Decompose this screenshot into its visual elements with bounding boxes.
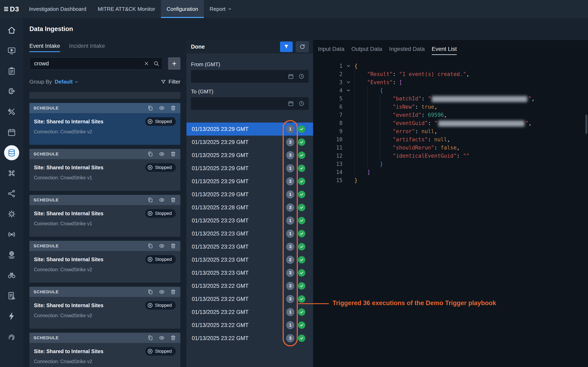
schedule-card[interactable]: SCHEDULE Site: Shared to Internal Sites …: [29, 287, 180, 329]
nav-investigation-dashboard[interactable]: Investigation Dashboard: [23, 0, 92, 18]
sidebar-item-tools[interactable]: [0, 102, 23, 122]
sidebar-item-fingerprint[interactable]: [0, 326, 23, 347]
json-viewer: 1{2"Result": "1 event(s) created.",3"Eve…: [318, 62, 588, 184]
copy-icon[interactable]: [147, 243, 153, 249]
schedule-card[interactable]: SCHEDULE Site: Shared to Internal Sites …: [29, 195, 180, 237]
eye-icon[interactable]: [159, 243, 165, 249]
tab-input-data[interactable]: Input Data: [318, 46, 344, 55]
sidebar-item-calendar[interactable]: [0, 122, 23, 142]
line-number: 2: [318, 70, 342, 78]
job-status-row[interactable]: 01/13/2025 23:23 GMT 1: [186, 214, 313, 227]
copy-icon[interactable]: [147, 335, 153, 341]
trash-icon[interactable]: [170, 151, 176, 157]
sidebar-item-command[interactable]: [0, 163, 23, 184]
d3-logo[interactable]: D3: [0, 0, 23, 18]
sidebar-item-home[interactable]: [0, 20, 23, 41]
nav-configuration[interactable]: Configuration: [161, 0, 204, 18]
filter-control[interactable]: Filter: [161, 79, 180, 85]
search-input[interactable]: crowd: [29, 57, 163, 70]
tab-ingested-data[interactable]: Ingested Data: [389, 46, 425, 55]
group-by-dropdown[interactable]: Default: [55, 79, 79, 85]
from-date-input[interactable]: [191, 70, 309, 83]
scrollbar-thumb[interactable]: [585, 115, 587, 134]
success-check-icon: [298, 256, 305, 263]
card-title: Site: Shared to Internal Sites: [34, 119, 103, 125]
eye-icon[interactable]: [159, 151, 165, 157]
clock-icon[interactable]: [298, 100, 305, 107]
job-status-row[interactable]: 01/13/2025 23:22 GMT 3: [186, 279, 313, 292]
collapse-caret-icon[interactable]: [342, 62, 354, 70]
schedule-card[interactable]: SCHEDULE Site: Shared to Internal Sites …: [29, 103, 180, 145]
clear-search-icon[interactable]: [144, 61, 149, 66]
sidebar-item-media-monitor[interactable]: [0, 41, 23, 61]
job-status-row[interactable]: 01/13/2025 23:22 GMT 3: [186, 332, 313, 345]
clock-icon[interactable]: [298, 73, 305, 79]
filter-button[interactable]: [280, 42, 293, 52]
eye-icon[interactable]: [159, 197, 165, 203]
job-status-row[interactable]: 01/13/2025 23:28 GMT 3: [186, 201, 313, 214]
caret-spacer: [342, 152, 354, 160]
schedule-card[interactable]: SCHEDULE Site: Shared to Internal Sites …: [29, 241, 180, 283]
job-status-row[interactable]: 01/13/2025 23:29 GMT 3: [186, 149, 313, 162]
schedule-card[interactable]: SCHEDULE Site: Shared to Internal Sites …: [29, 149, 180, 191]
add-button[interactable]: +: [168, 57, 180, 70]
trash-icon[interactable]: [170, 197, 176, 203]
tab-event-list[interactable]: Event List: [432, 46, 457, 55]
trash-icon[interactable]: [170, 243, 176, 249]
job-timestamp: 01/13/2025 23:23 GMT: [192, 244, 286, 250]
tab-output-data[interactable]: Output Data: [351, 46, 382, 55]
tab-event-intake[interactable]: Event Intake: [29, 43, 60, 52]
to-date-input[interactable]: [191, 97, 309, 110]
success-check-icon: [298, 309, 305, 316]
job-status-row[interactable]: 01/13/2025 23:22 GMT 1: [186, 319, 313, 332]
job-status-row[interactable]: 01/13/2025 23:23 GMT 3: [186, 266, 313, 279]
job-status-row[interactable]: 01/13/2025 23:29 GMT 3: [186, 175, 313, 188]
sidebar-item-puzzle[interactable]: [0, 81, 23, 102]
sidebar-item-gear-api[interactable]: API: [0, 204, 23, 224]
tab-incident-intake[interactable]: Incident Intake: [69, 43, 105, 52]
search-icon[interactable]: [153, 60, 159, 67]
code-line: 10"artifacts": null,: [318, 135, 588, 144]
job-status-row[interactable]: 01/13/2025 23:29 GMT 1: [186, 162, 313, 175]
copy-icon[interactable]: [147, 151, 153, 157]
sidebar-item-database[interactable]: [0, 142, 23, 163]
calendar-icon[interactable]: [288, 73, 294, 79]
job-status-row[interactable]: 01/13/2025 23:22 GMT 1: [186, 306, 313, 319]
trash-icon[interactable]: [170, 289, 176, 295]
sidebar-item-binoculars[interactable]: [0, 265, 23, 285]
refresh-button[interactable]: [296, 42, 309, 52]
collapse-caret-icon[interactable]: [342, 86, 354, 95]
eye-icon[interactable]: [159, 105, 165, 111]
card-body: Site: Shared to Internal Sites Stopped C…: [29, 113, 180, 139]
sidebar-item-clipboard[interactable]: [0, 61, 23, 81]
sidebar-item-share-nodes[interactable]: [0, 184, 23, 204]
eye-icon[interactable]: [159, 335, 165, 341]
job-status-row[interactable]: 01/13/2025 23:23 GMT 3: [186, 240, 313, 253]
trash-icon[interactable]: [170, 335, 176, 341]
calendar-icon[interactable]: [288, 100, 294, 107]
success-check-icon: [298, 138, 305, 146]
job-status-row[interactable]: 01/13/2025 23:29 GMT 1: [186, 123, 313, 136]
job-status-row[interactable]: 01/13/2025 23:29 GMT 3: [186, 136, 313, 149]
job-status-row[interactable]: 01/13/2025 23:23 GMT 1: [186, 227, 313, 240]
event-count-badge: 1: [286, 164, 294, 172]
copy-icon[interactable]: [147, 289, 153, 295]
job-status-row[interactable]: 01/13/2025 23:23 GMT 2: [186, 253, 313, 266]
job-status-row[interactable]: 01/13/2025 23:29 GMT 1: [186, 188, 313, 201]
copy-icon[interactable]: [147, 197, 153, 203]
nav-mitre-attck-monitor[interactable]: MITRE ATT&CK Monitor: [92, 0, 161, 18]
card-type-label: SCHEDULE: [33, 198, 59, 202]
sidebar-item-broadcast[interactable]: [0, 224, 23, 245]
event-count-badge: 3: [286, 138, 294, 146]
line-number: 5: [318, 95, 342, 103]
sidebar-item-lightning[interactable]: [0, 306, 23, 326]
collapse-caret-icon[interactable]: [342, 78, 354, 86]
sidebar-item-document-alert[interactable]: [0, 285, 23, 306]
sidebar-item-globe[interactable]: [0, 245, 23, 265]
schedule-card[interactable]: SCHEDULE Site: Shared to Internal Sites …: [29, 333, 180, 367]
job-status-row[interactable]: 01/13/2025 23:22 GMT 3: [186, 292, 313, 306]
nav-report[interactable]: Report: [204, 0, 238, 18]
copy-icon[interactable]: [147, 105, 153, 111]
eye-icon[interactable]: [159, 289, 165, 295]
trash-icon[interactable]: [170, 105, 176, 111]
